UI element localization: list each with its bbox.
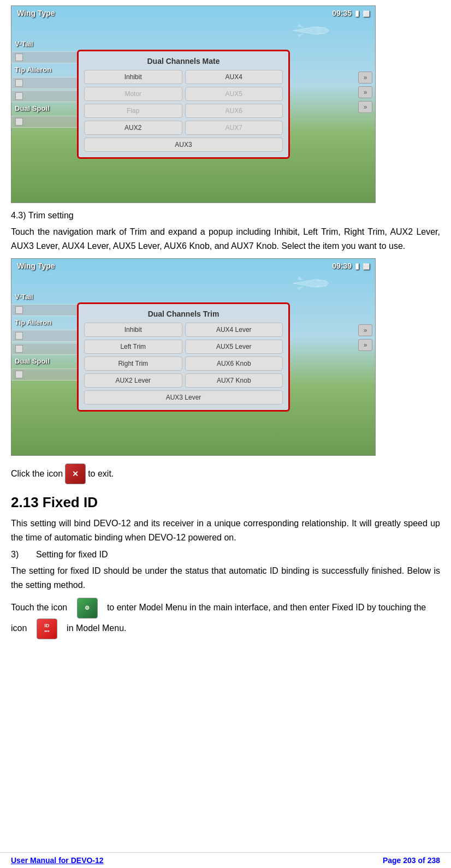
exit-icon-symbol: ✕ [72,468,79,480]
screenshot1-time: 09:35 [332,9,352,17]
footer-manual-title: User Manual for DEVO-12 [11,856,104,865]
popup1-btn-aux3[interactable]: AUX3 [84,138,283,152]
popup2-btn-aux7knob[interactable]: AUX7 Knob [185,373,283,388]
arrow-btn-1[interactable]: » [358,72,372,84]
right-arrow-buttons-2: » » [358,324,372,351]
popup2-btn-righttrim[interactable]: Right Trim [84,356,182,371]
arrow-btn-2-1[interactable]: » [358,324,372,336]
exit-suffix-text: to exit. [88,467,114,481]
exit-icon[interactable]: ✕ [65,463,86,484]
screenshot1-wing-type-label: Wing Type [17,9,55,17]
fixed-id-body1: This setting will bind DEVO-12 and its r… [11,516,440,544]
sidebar2-row4 [11,368,82,381]
sidebar1-row2 [11,77,82,89]
sidebar1-row1 [11,51,82,63]
popup2-btn-aux6knob[interactable]: AUX6 Knob [185,356,283,371]
popup1-btn-flap[interactable]: Flap [84,104,182,118]
sidebar1-check2 [15,79,23,87]
sidebar1-dual-spoil: Dual Spoil [11,103,82,114]
screenshot2-sidebar: V-Tail Tip Aileron Dual Spoil [11,275,82,382]
sidebar1-check4 [15,118,23,126]
trim-setting-heading: 4.3) Trim setting [11,211,440,221]
exit-prefix-text: Click the icon [11,467,63,481]
screenshot1-sidebar: V-Tail Tip Aileron Dual Spoil [11,22,82,129]
popup1-btn-aux6[interactable]: AUX6 [185,104,283,118]
sidebar2-row3 [11,343,82,355]
sidebar1-row3 [11,90,82,102]
sidebar2-row2 [11,330,82,342]
touch-icon-line: Touch the icon ⚙ to enter Model Menu in … [11,598,440,639]
aircraft-icon [288,22,331,39]
popup1-title: Dual Channels Mate [84,57,283,66]
screenshot1-topbar: Wing Type 09:35 ▮ ▦ [17,9,370,17]
footer-page-info: Page 203 of 238 [383,856,440,865]
popup2-btn-aux2lever[interactable]: AUX2 Lever [84,373,182,388]
fixed-id-icon[interactable]: ID▪▪▪ [37,619,57,639]
popup1-btn-aux2[interactable]: AUX2 [84,121,182,135]
signal-icon-2: ▦ [363,261,370,270]
sidebar1-check3 [15,92,23,100]
sidebar2-vtail: V-Tail [11,292,82,302]
arrow-btn-3[interactable]: » [358,101,372,113]
sidebar2-check3 [15,345,23,353]
page-content: Wing Type 09:35 ▮ ▦ V-Tail Tip Aileron [11,0,440,639]
exit-icon-line: Click the icon ✕ to exit. [11,463,440,484]
signal-icon: ▦ [363,9,370,17]
fixed-id-body2: The setting for fixed ID should be under… [11,564,440,592]
popup2-btn-inhibit[interactable]: Inhibit [84,323,182,337]
screenshot1-container: Wing Type 09:35 ▮ ▦ V-Tail Tip Aileron [11,5,440,203]
popup1-btn-inhibit[interactable]: Inhibit [84,70,182,84]
model-menu-icon[interactable]: ⚙ [77,598,98,619]
popup1-btn-aux4[interactable]: AUX4 [185,70,283,84]
screenshot1-popup: Dual Channels Mate Inhibit AUX4 Motor AU… [77,50,290,159]
popup1-btn-motor[interactable]: Motor [84,87,182,101]
popup2-btn-lefttrim[interactable]: Left Trim [84,340,182,354]
screenshot2-image: Wing Type 09:39 ▮ ▦ V-Tail Tip Aileron [11,258,376,456]
touch-prefix: Touch the icon [11,603,67,612]
sidebar1-check1 [15,53,23,61]
popup2-btn-aux4lever[interactable]: AUX4 Lever [185,323,283,337]
model-menu-icon-symbol: ⚙ [85,603,90,613]
battery-icon-2: ▮ [355,261,359,270]
popup1-btn-aux7[interactable]: AUX7 [185,121,283,135]
screenshot2-popup: Dual Channels Trim Inhibit AUX4 Lever Le… [77,302,290,412]
right-arrow-buttons: » » » [358,72,372,113]
screenshot1-image: Wing Type 09:35 ▮ ▦ V-Tail Tip Aileron [11,5,376,203]
sidebar1-tip-aileron: Tip Aileron [11,64,82,75]
numbered-item-num: 3) [11,550,27,560]
screenshot2-container: Wing Type 09:39 ▮ ▦ V-Tail Tip Aileron [11,258,440,456]
sidebar1-vtail: V-Tail [11,39,82,49]
screenshot2-time: 09:39 [332,261,352,270]
popup2-btn-aux5lever[interactable]: AUX5 Lever [185,340,283,354]
sidebar2-check4 [15,371,23,378]
trim-setting-body: Touch the navigation mark of Trim and ex… [11,225,440,253]
footer: User Manual for DEVO-12 Page 203 of 238 [0,852,451,868]
arrow-btn-2[interactable]: » [358,86,372,98]
screenshot2-topbar: Wing Type 09:39 ▮ ▦ [17,261,370,270]
trim-setting-heading-wrapper: 4.3) Trim setting [11,211,440,221]
numbered-item-3: 3) Setting for fixed ID [11,550,440,560]
touch-suffix: in Model Menu. [67,623,126,633]
popup1-btn-aux5[interactable]: AUX5 [185,87,283,101]
sidebar2-check2 [15,332,23,340]
fixed-id-icon-symbol: ID▪▪▪ [44,623,50,634]
fixed-id-heading: 2.13 Fixed ID [11,494,440,511]
sidebar2-row1 [11,304,82,316]
arrow-btn-2-2[interactable]: » [358,339,372,351]
sidebar2-tip-aileron: Tip Aileron [11,317,82,328]
popup2-grid: Inhibit AUX4 Lever Left Trim AUX5 Lever … [84,323,283,405]
battery-icon: ▮ [355,9,359,17]
screenshot2-wing-type-label: Wing Type [17,261,55,270]
popup2-title: Dual Channels Trim [84,310,283,318]
popup2-btn-aux3lever[interactable]: AUX3 Lever [84,390,283,405]
sidebar2-dual-spoil: Dual Spoil [11,356,82,366]
popup1-grid: Inhibit AUX4 Motor AUX5 Flap AUX6 AUX2 A… [84,70,283,152]
sidebar2-check1 [15,306,23,314]
aircraft-icon-2 [288,275,331,292]
sidebar1-row4 [11,116,82,128]
numbered-item-text: Setting for fixed ID [36,550,108,560]
